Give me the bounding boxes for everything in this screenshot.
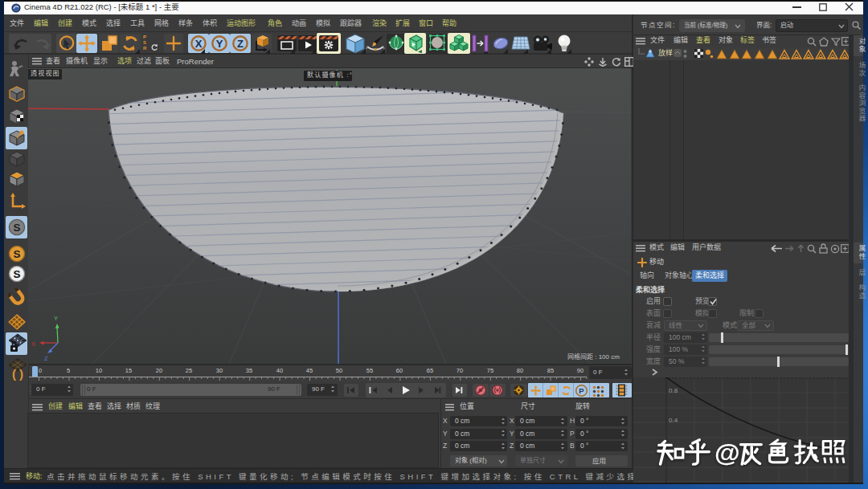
svg-text:S: S xyxy=(13,248,20,260)
svg-text:Z: Z xyxy=(237,38,244,50)
svg-text:Y: Y xyxy=(54,315,58,322)
svg-text:S: S xyxy=(13,268,20,280)
svg-text:Z: Z xyxy=(44,355,48,362)
svg-text:X: X xyxy=(195,38,203,50)
svg-text:P: P xyxy=(579,386,584,395)
svg-text:Y: Y xyxy=(216,38,223,50)
svg-text:X: X xyxy=(31,340,35,348)
svg-text:S: S xyxy=(13,222,20,234)
svg-text:@: @ xyxy=(714,438,740,467)
